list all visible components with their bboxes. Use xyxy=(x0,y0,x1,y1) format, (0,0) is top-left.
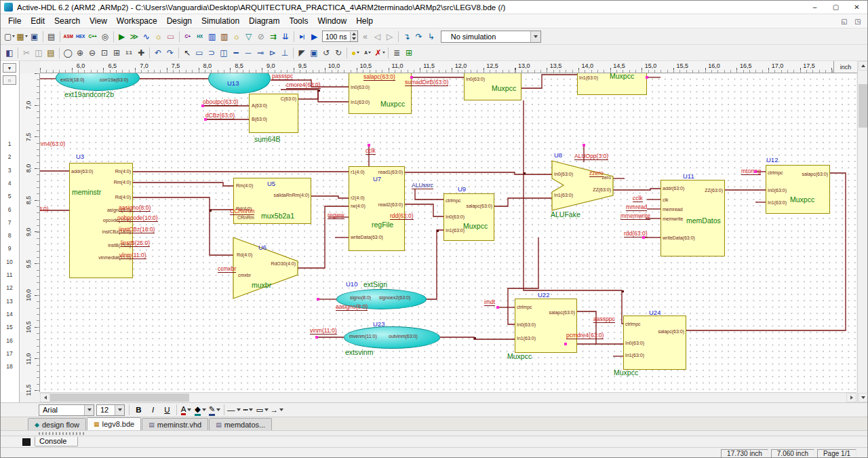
hex-dbg-icon[interactable]: HX xyxy=(194,30,206,43)
minimize-button[interactable]: – xyxy=(804,1,825,14)
console-tab[interactable]: Console xyxy=(35,437,78,446)
line-style-select[interactable]: ┅ xyxy=(242,404,255,416)
vertical-scroll-thumb[interactable] xyxy=(859,84,868,128)
delete-tool-icon[interactable]: ✗ xyxy=(374,46,386,60)
hex-debugger-icon[interactable]: HEX xyxy=(75,30,87,43)
dropdown-arrow-icon[interactable] xyxy=(202,408,206,411)
menu-diagram[interactable]: Diagram xyxy=(244,15,284,27)
line-end-select[interactable]: ▭ xyxy=(256,404,269,416)
eraser-icon[interactable]: ▭ xyxy=(165,30,177,43)
find-icon[interactable]: ◎ xyxy=(99,30,111,43)
dropdown-arrow-icon[interactable] xyxy=(357,52,359,54)
table-icon[interactable]: ⊞ xyxy=(403,46,415,60)
dropdown-arrow-icon[interactable] xyxy=(279,408,283,411)
italic-button[interactable]: I xyxy=(146,404,159,416)
compile-icon[interactable]: ▶ xyxy=(116,30,128,43)
library-icon[interactable]: ▥ xyxy=(206,30,218,43)
menu-help[interactable]: Help xyxy=(351,15,378,27)
font-size-select[interactable]: 12 xyxy=(96,404,125,416)
bus-tool-icon[interactable]: ━ xyxy=(230,46,242,60)
tab-design-flow[interactable]: ◆design flow xyxy=(28,418,86,430)
netlist-icon[interactable]: ≣ xyxy=(391,46,403,60)
splitter-grip[interactable] xyxy=(39,432,86,435)
open-design-icon[interactable]: ▦ xyxy=(16,30,28,43)
simulation-select[interactable]: No simulation xyxy=(441,31,541,43)
maximize-button[interactable]: ▢ xyxy=(825,1,846,14)
line-color-button[interactable]: ✎ xyxy=(208,404,221,416)
block-tool-icon[interactable]: ▭ xyxy=(193,46,205,60)
next-view-icon[interactable]: ↷ xyxy=(164,46,176,60)
menu-design[interactable]: Design xyxy=(162,15,197,27)
menu-edit[interactable]: Edit xyxy=(26,15,50,27)
time-spinner[interactable] xyxy=(350,32,357,41)
rotate-right-icon[interactable]: ↻ xyxy=(332,46,344,60)
panel-splitter[interactable] xyxy=(1,430,867,436)
step-back-icon[interactable]: ◁ xyxy=(372,30,384,43)
bold-button[interactable]: B xyxy=(132,404,145,416)
trace-into-icon[interactable]: ↴ xyxy=(401,30,413,43)
trace-icon[interactable]: ⇉ xyxy=(267,30,279,43)
spin-down-icon[interactable] xyxy=(352,37,356,40)
arrow-style-select[interactable]: → xyxy=(271,404,284,416)
save-icon[interactable]: ▣ xyxy=(28,30,41,43)
zoom-fit-icon[interactable]: ⊞ xyxy=(111,46,123,60)
combo-arrow-icon[interactable] xyxy=(530,31,540,42)
sheet-selector-dropdown[interactable]: ▾ xyxy=(3,63,16,73)
menu-tools[interactable]: Tools xyxy=(284,15,313,27)
run-icon[interactable]: ▶ xyxy=(309,30,321,43)
dropdown-arrow-icon[interactable] xyxy=(249,408,253,411)
filter-icon[interactable]: ▽ xyxy=(243,30,255,43)
asm-debugger-icon[interactable]: ASM xyxy=(62,30,75,43)
scroll-down-icon[interactable] xyxy=(859,393,868,402)
line-width-select[interactable]: — xyxy=(227,404,241,416)
bulb-icon[interactable]: ☼ xyxy=(153,30,165,43)
tab-legv8-bde[interactable]: ▦legv8.bde xyxy=(87,417,141,430)
compile-all-icon[interactable]: ≫ xyxy=(128,30,140,43)
simulation-time-field[interactable]: 100 ns xyxy=(322,31,358,42)
close-button[interactable]: ✕ xyxy=(846,1,867,14)
spin-up-icon[interactable] xyxy=(352,33,356,35)
tap-tool-icon[interactable]: ⊥ xyxy=(279,46,291,60)
dropdown-arrow-icon[interactable] xyxy=(382,52,385,54)
arrange-windows-icon[interactable]: ◳ xyxy=(851,18,865,25)
new-document-icon[interactable]: ▢ xyxy=(3,30,16,43)
zoom-mode-icon[interactable]: ◯ xyxy=(62,46,74,60)
dropdown-arrow-icon[interactable] xyxy=(187,408,191,411)
dropdown-arrow-icon[interactable] xyxy=(368,52,371,54)
dropdown-arrow-icon[interactable] xyxy=(12,35,15,37)
menu-simulation[interactable]: Simulation xyxy=(197,15,244,27)
underline-button[interactable]: U xyxy=(161,404,174,416)
zoom-area-icon[interactable]: ⊡ xyxy=(98,46,111,60)
trace-out-icon[interactable]: ↳ xyxy=(425,30,437,43)
zoom-out-icon[interactable]: ⊖ xyxy=(86,46,98,60)
cursor-icon[interactable]: ◤ xyxy=(296,46,308,60)
horizontal-scroll-thumb[interactable] xyxy=(50,394,189,402)
dropdown-arrow-icon[interactable] xyxy=(264,408,269,411)
dropdown-arrow-icon[interactable] xyxy=(237,408,241,411)
menu-window[interactable]: Window xyxy=(313,15,351,27)
trace-over-icon[interactable]: ↷ xyxy=(413,30,425,43)
cpp-debugger-icon[interactable]: C++ xyxy=(87,30,99,43)
restart-icon[interactable]: « xyxy=(359,30,372,43)
step-forward-icon[interactable]: ▷ xyxy=(384,30,396,43)
menu-view[interactable]: View xyxy=(85,15,112,27)
font-family-select[interactable]: Arial xyxy=(39,404,94,416)
wire-tool-icon[interactable]: ─ xyxy=(242,46,254,60)
circle-tool-icon[interactable]: ● xyxy=(349,46,361,60)
menu-search[interactable]: Search xyxy=(50,15,85,27)
paste-icon[interactable]: ▤ xyxy=(45,46,57,60)
scroll-left-icon[interactable] xyxy=(40,393,50,402)
dock-icon[interactable]: ◧ xyxy=(3,46,16,60)
rotate-left-icon[interactable]: ↺ xyxy=(320,46,332,60)
previous-view-icon[interactable]: ↶ xyxy=(152,46,164,60)
zoom-in-icon[interactable]: ⊕ xyxy=(74,46,86,60)
dropdown-arrow-icon[interactable] xyxy=(216,408,220,411)
text-color-button[interactable]: A xyxy=(180,404,193,416)
trace-all-icon[interactable]: ⇊ xyxy=(279,30,292,43)
component-u8-alufake[interactable] xyxy=(552,161,613,210)
symbol-tool-icon[interactable]: ⊃ xyxy=(205,46,218,60)
copy-icon[interactable]: ◫ xyxy=(33,46,45,60)
pointer-tool-icon[interactable]: ○ xyxy=(3,75,16,85)
tip-icon[interactable]: ☼ xyxy=(231,30,243,43)
end-simulation-icon[interactable]: ⊘ xyxy=(255,30,267,43)
